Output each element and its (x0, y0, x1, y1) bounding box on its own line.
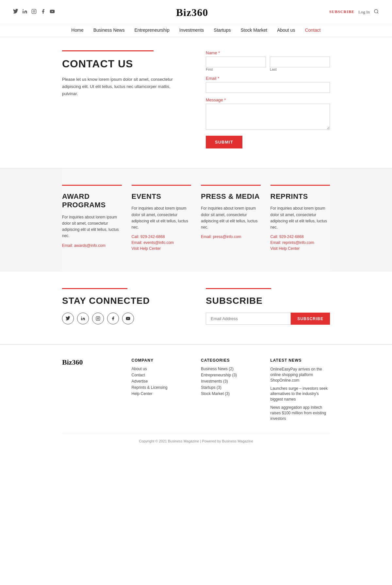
contact-section: CONTACT US Please let us know lorem ipsu… (49, 37, 343, 168)
contact-title: CONTACT US (62, 58, 186, 70)
footer-company-col: COMPANY About us Contact Advertise Repri… (132, 358, 191, 424)
footer-cat-investments[interactable]: Investments (3) (201, 379, 261, 384)
svg-point-2 (33, 10, 35, 12)
subscribe-email-input[interactable] (206, 313, 291, 325)
info-section: AWARDPROGRAMS For inquiries about lorem … (0, 168, 392, 272)
message-textarea[interactable] (206, 104, 330, 130)
email-label: Email * (206, 76, 330, 81)
footer-reprints-link[interactable]: Reprints & Licensing (132, 385, 191, 390)
red-line-decoration (62, 50, 154, 51)
login-link[interactable]: Log In (358, 9, 370, 15)
subscribe-button[interactable]: SUBSCRIBE (291, 313, 330, 325)
last-name-label: Last (270, 67, 330, 71)
press-email-link[interactable]: Email: press@info.com (201, 234, 261, 239)
reprints-email-link[interactable]: Email: reprints@info.com (270, 240, 330, 245)
footer-about-link[interactable]: About us (132, 367, 191, 371)
first-name-label: First (206, 67, 266, 71)
svg-point-6 (81, 317, 82, 317)
social-links (13, 9, 55, 15)
nav-stock-market[interactable]: Stock Market (240, 27, 267, 33)
contact-description: Please let us know lorem ipsum dolor sit… (62, 76, 186, 97)
twitter-icon[interactable] (13, 9, 18, 15)
submit-button[interactable]: SUBMIT (206, 136, 242, 148)
last-name-input[interactable] (270, 57, 330, 67)
nav-contact[interactable]: Contact (305, 27, 320, 33)
footer-advertise-link[interactable]: Advertise (132, 379, 191, 384)
cta-section: STAY CONNECTED (49, 272, 343, 344)
footer-copyright: Copyright © 2021 Business Magazine | Pow… (62, 434, 330, 443)
stay-connected-social (62, 313, 186, 324)
footer-help-link[interactable]: Help Center (132, 391, 191, 396)
events-call-link[interactable]: Call: 929-242-6868 (132, 234, 191, 239)
footer-logo-col: Biz360 (62, 358, 122, 424)
stay-connected-title: STAY CONNECTED (62, 296, 186, 306)
stay-linkedin-icon[interactable] (77, 313, 89, 324)
nav-startups[interactable]: Startups (214, 27, 231, 33)
footer-news-2[interactable]: Launches surge – investors seek alternat… (270, 386, 330, 402)
stay-connected-line (62, 288, 127, 289)
events-red-line (132, 185, 191, 186)
svg-point-3 (35, 10, 35, 10)
footer-logo[interactable]: Biz360 (62, 358, 122, 367)
footer-news-1[interactable]: OnlineEasyPay arrives on the online shop… (270, 367, 330, 383)
nav-home[interactable]: Home (71, 27, 83, 33)
award-red-line (62, 185, 122, 186)
subscribe-section: SUBSCRIBE SUBSCRIBE (206, 288, 330, 325)
events-desc: For inquiries about lorem ipsum dolor si… (132, 205, 191, 231)
svg-point-8 (97, 318, 99, 319)
press-red-line (201, 185, 261, 186)
stay-youtube-icon[interactable] (122, 313, 134, 324)
svg-point-5 (374, 9, 378, 13)
linkedin-icon[interactable] (22, 9, 27, 15)
instagram-icon[interactable] (31, 9, 37, 15)
footer-company-title: COMPANY (132, 358, 191, 363)
events-card: EVENTS For inquiries about lorem ipsum d… (132, 185, 191, 252)
reprints-card: REPRINTS For inquiries about lorem ipsum… (270, 185, 330, 252)
nav-about-us[interactable]: About us (277, 27, 295, 33)
search-icon[interactable] (374, 9, 379, 15)
footer-cat-business[interactable]: Business News (2) (201, 367, 261, 371)
reprints-call-link[interactable]: Call: 929-242-6868 (270, 234, 330, 239)
name-label: Name * (206, 50, 330, 55)
stay-connected: STAY CONNECTED (62, 288, 186, 324)
youtube-icon[interactable] (50, 9, 55, 15)
footer-contact-link[interactable]: Contact (132, 373, 191, 377)
nav-investments[interactable]: Investments (179, 27, 204, 33)
subscribe-link[interactable]: SUBSCRIBE (329, 9, 354, 14)
first-name-input[interactable] (206, 57, 266, 67)
stay-twitter-icon[interactable] (62, 313, 74, 324)
events-title: EVENTS (132, 192, 191, 201)
award-desc: For inquiries about lorem ipsum dolor si… (62, 214, 122, 239)
message-label: Message * (206, 97, 330, 102)
nav-business-news[interactable]: Business News (93, 27, 125, 33)
stay-facebook-icon[interactable] (107, 313, 119, 324)
footer-cat-stock[interactable]: Stock Market (3) (201, 391, 261, 396)
subscribe-title: SUBSCRIBE (206, 296, 330, 306)
facebook-icon[interactable] (41, 9, 46, 15)
events-help-link[interactable]: Visit Help Center (132, 246, 191, 251)
main-nav: Home Business News Entrepreneurship Inve… (0, 24, 392, 37)
footer-categories-col: CATEGORIES Business News (2) Entrepreneu… (201, 358, 261, 424)
reprints-red-line (270, 185, 330, 186)
email-input[interactable] (206, 82, 330, 93)
events-email-link[interactable]: Email: events@info.com (132, 240, 191, 245)
footer-categories-title: CATEGORIES (201, 358, 261, 363)
footer-latest-title: LATEST NEWS (270, 358, 330, 363)
reprints-desc: For inquiries about lorem ipsum dolor si… (270, 205, 330, 231)
svg-point-9 (99, 317, 99, 318)
required-marker: * (217, 50, 220, 55)
award-email-link[interactable]: Email: awards@info.com (62, 243, 122, 248)
svg-rect-1 (32, 9, 36, 13)
stay-instagram-icon[interactable] (92, 313, 104, 324)
site-logo[interactable]: Biz360 (176, 7, 208, 18)
award-programs-card: AWARDPROGRAMS For inquiries about lorem … (62, 185, 122, 252)
reprints-help-link[interactable]: Visit Help Center (270, 246, 330, 251)
footer-cat-entrepreneurship[interactable]: Entrepreneurship (3) (201, 373, 261, 377)
footer-news-3[interactable]: News aggregation app Initech raises $100… (270, 405, 330, 421)
subscribe-form: SUBSCRIBE (206, 313, 330, 325)
subscribe-line (206, 288, 271, 289)
contact-left: CONTACT US Please let us know lorem ipsu… (62, 50, 186, 97)
footer: Biz360 COMPANY About us Contact Advertis… (0, 345, 392, 450)
footer-cat-startups[interactable]: Startups (3) (201, 385, 261, 390)
nav-entrepreneurship[interactable]: Entrepreneurship (134, 27, 169, 33)
